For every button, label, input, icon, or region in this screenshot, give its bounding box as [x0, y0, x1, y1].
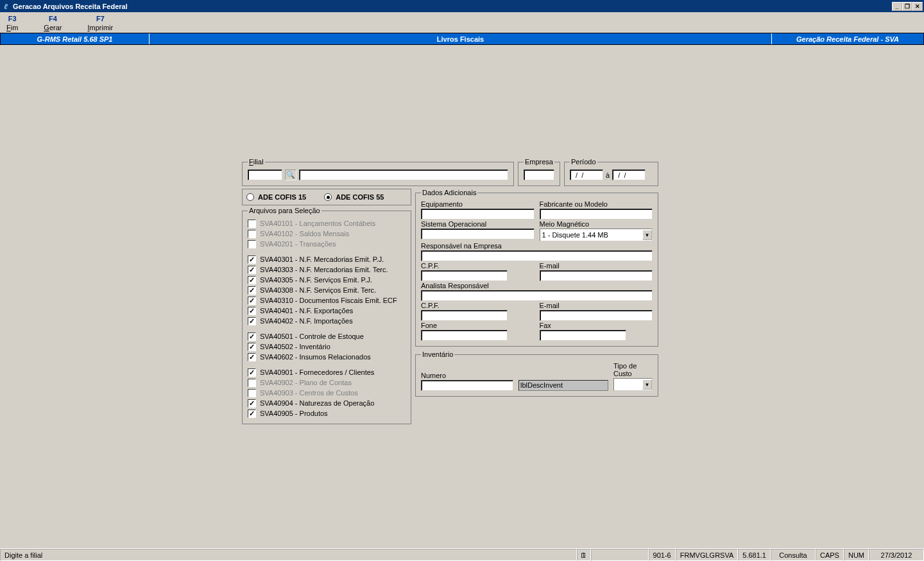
status-date: 27/3/2012: [869, 549, 924, 561]
legend-arquivos: Arquivos para Seleção: [248, 207, 321, 214]
checkbox-icon: [248, 255, 256, 264]
close-button[interactable]: ✕: [912, 2, 923, 11]
status-calendar-icon[interactable]: 🗓: [577, 549, 591, 561]
email2-input[interactable]: [540, 310, 653, 321]
check-item[interactable]: SVA40401 - N.F. Exportações: [248, 306, 406, 316]
titlebar: ℓ Geracao Arquivos Receita Federal _ ❐ ✕: [0, 0, 924, 12]
check-label: SVA40305 - N.F. Serviços Emit. P.J.: [260, 276, 372, 284]
check-item[interactable]: SVA40502 - Inventário: [248, 341, 406, 352]
legend-dados: Dados Adicionais: [421, 189, 477, 196]
header-strip: G-RMS Retail 5.68 SP1 Livros Fiscais Ger…: [0, 33, 924, 45]
app-icon: ℓ: [1, 2, 10, 11]
status-code: 901-6: [649, 549, 676, 561]
check-label: SVA40402 - N.F. Importações: [260, 317, 353, 325]
check-label: SVA40201 - Transações: [260, 240, 336, 248]
check-label: SVA40401 - N.F. Exportações: [260, 307, 353, 315]
window-title: Geracao Arquivos Receita Federal: [13, 3, 128, 10]
filial-search-button[interactable]: 🔍: [285, 169, 296, 180]
group-dados-adicionais: Dados Adicionais Equipamento Fabricante …: [415, 189, 658, 347]
check-item[interactable]: SVA40501 - Controle de Estoque: [248, 331, 406, 341]
status-mode: Consulta: [771, 549, 816, 561]
checkbox-icon: [248, 286, 256, 295]
analista-input[interactable]: [421, 290, 653, 301]
check-item[interactable]: SVA40901 - Fornecedores / Clientes: [248, 367, 406, 377]
cpf1-input[interactable]: [421, 270, 508, 281]
so-input[interactable]: [421, 229, 535, 239]
periodo-to-input[interactable]: [612, 169, 646, 180]
check-label: SVA40904 - Naturezas de Operação: [260, 399, 374, 407]
legend-empresa: Empresa: [524, 158, 554, 166]
check-item[interactable]: SVA40904 - Naturezas de Operação: [248, 398, 406, 408]
checkbox-icon: [248, 332, 256, 341]
check-item[interactable]: SVA40303 - N.F. Mercadorias Emit. Terc.: [248, 264, 406, 275]
label-fone: Fone: [421, 322, 508, 329]
label-cpf1: C.P.F.: [421, 262, 508, 270]
checkbox-icon: [248, 266, 256, 274]
checkbox-icon: [248, 343, 256, 351]
group-empresa: Empresa: [518, 158, 560, 186]
radio-icon: [324, 193, 332, 201]
check-label: SVA40602 - Insumos Relacionados: [260, 353, 371, 361]
menu-gerar[interactable]: F4 Gerar: [44, 15, 62, 31]
check-item: SVA40101 - Lançamentos Contábeis: [248, 218, 406, 229]
radio-ade-cofis-55[interactable]: ADE COFIS 55: [324, 193, 384, 201]
checkbox-icon: [248, 220, 256, 228]
check-label: SVA40901 - Fornecedores / Clientes: [260, 368, 374, 376]
radio-ade-cofis-15[interactable]: ADE COFIS 15: [246, 193, 306, 201]
cpf2-input[interactable]: [421, 310, 508, 321]
check-label: SVA40502 - Inventário: [260, 343, 330, 350]
menubar: F3 Fim F4 Gerar F7 Imprimir: [0, 12, 924, 33]
label-meio: Meio Magnético: [540, 220, 653, 228]
check-item[interactable]: SVA40305 - N.F. Serviços Emit. P.J.: [248, 275, 406, 285]
check-item[interactable]: SVA40301 - N.F. Mercadorias Emit. P.J.: [248, 254, 406, 264]
check-item[interactable]: SVA40905 - Produtos: [248, 408, 406, 419]
filial-desc-input[interactable]: [299, 169, 508, 180]
resp-empresa-input[interactable]: [421, 250, 653, 261]
check-item[interactable]: SVA40402 - N.F. Importações: [248, 316, 406, 326]
menu-fim[interactable]: F3 Fim: [6, 15, 18, 31]
checkbox-icon: [248, 410, 256, 418]
group-periodo: Período à: [564, 158, 658, 186]
check-item[interactable]: SVA40308 - N.F. Serviços Emit. Terc.: [248, 285, 406, 295]
inv-numero-input[interactable]: [421, 380, 513, 391]
fabricante-input[interactable]: [540, 209, 653, 220]
inv-tipo-select[interactable]: ▼: [613, 378, 653, 391]
checkbox-icon: [248, 297, 256, 305]
check-item: SVA40903 - Centros de Custos: [248, 388, 406, 398]
label-email1: E-mail: [540, 262, 653, 270]
label-inv-numero: Numero: [421, 372, 513, 379]
status-blank: [591, 549, 649, 561]
check-item[interactable]: SVA40310 - Documentos Fiscais Emit. ECF: [248, 295, 406, 306]
minimize-button[interactable]: _: [892, 2, 902, 11]
chevron-down-icon: ▼: [642, 379, 652, 390]
check-label: SVA40308 - N.F. Serviços Emit. Terc.: [260, 286, 376, 294]
radio-icon: [246, 193, 254, 201]
main-form-panel: Filial 🔍 Empresa Período à: [242, 158, 658, 424]
legend-inventario: Inventário: [421, 350, 454, 358]
group-inventario: Inventário Numero lblDescInvent Tipo de …: [415, 350, 658, 397]
ade-cofis-radio-group: ADE COFIS 15 ADE COFIS 55: [242, 189, 411, 205]
status-hint: Digite a filial: [0, 549, 577, 561]
header-screen: Geração Receita Federal - SVA: [772, 33, 923, 44]
checkbox-icon: [248, 276, 256, 284]
chevron-down-icon: ▼: [642, 230, 652, 240]
periodo-from-input[interactable]: [570, 169, 603, 180]
label-inv-tipo: Tipo de Custo: [613, 362, 653, 377]
equipamento-input[interactable]: [421, 209, 535, 220]
check-item[interactable]: SVA40602 - Insumos Relacionados: [248, 352, 406, 362]
menu-imprimir[interactable]: F7 Imprimir: [87, 15, 113, 31]
fone-input[interactable]: [421, 330, 508, 341]
filial-code-input[interactable]: [248, 169, 282, 180]
email1-input[interactable]: [540, 270, 653, 281]
empresa-input[interactable]: [524, 169, 554, 180]
check-label: SVA40501 - Controle de Estoque: [260, 332, 364, 340]
fax-input[interactable]: [540, 330, 626, 341]
checkbox-icon: [248, 353, 256, 361]
check-item: SVA40902 - Plano de Contas: [248, 377, 406, 388]
check-label: SVA40101 - Lançamentos Contábeis: [260, 220, 375, 227]
status-form: FRMVGLGRSVA: [676, 549, 739, 561]
meio-select[interactable]: 1 - Disquete 1.44 MB▼: [540, 229, 653, 241]
maximize-button[interactable]: ❐: [902, 2, 912, 11]
binoculars-icon: 🔍: [286, 171, 295, 179]
label-fabricante: Fabricante ou Modelo: [540, 200, 653, 208]
